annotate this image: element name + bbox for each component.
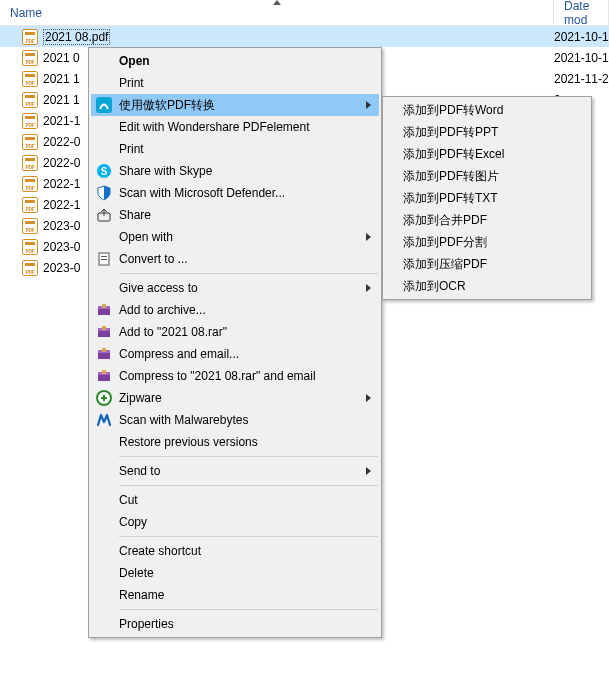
ctx-convert-to[interactable]: Convert to ... [91,248,379,270]
blank-icon [93,584,115,606]
blank-icon [93,489,115,511]
file-name-label: 2021 1 [43,93,80,107]
skype-icon: S [93,160,115,182]
ctx-wondershare[interactable]: Edit with Wondershare PDFelement [91,116,379,138]
ctx-print-2[interactable]: Print [91,138,379,160]
sub-pdf-excel[interactable]: 添加到PDF转Excel [385,143,589,165]
winrar-icon [93,299,115,321]
file-name-label: 2023-0 [43,261,80,275]
ctx-open[interactable]: Open [91,50,379,72]
ctx-properties-label: Properties [115,617,375,631]
blank-icon [93,226,115,248]
submenu-arrow-icon [366,467,371,475]
ctx-skype[interactable]: S Share with Skype [91,160,379,182]
ctx-properties[interactable]: Properties [91,613,379,635]
ctx-sendto-label: Send to [115,464,366,478]
ctx-copy[interactable]: Copy [91,511,379,533]
apowersoft-pdf-icon [93,94,115,116]
sub-word-label: 添加到PDF转Word [399,102,585,119]
sub-pdf-txt[interactable]: 添加到PDF转TXT [385,187,589,209]
sub-excel-label: 添加到PDF转Excel [399,146,585,163]
ctx-pdf-convert[interactable]: 使用傲软PDF转换 [91,94,379,116]
sub-pdf-merge[interactable]: 添加到合并PDF [385,209,589,231]
sub-txt-label: 添加到PDF转TXT [399,190,585,207]
file-name-label: 2022-0 [43,135,80,149]
ctx-malwarebytes[interactable]: Scan with Malwarebytes [91,409,379,431]
file-date-label: 2021-10-1 [554,51,609,65]
menu-separator [119,273,378,274]
svg-text:S: S [101,166,108,177]
sub-img-label: 添加到PDF转图片 [399,168,585,185]
blank-icon [93,562,115,584]
ctx-cut-label: Cut [115,493,375,507]
sub-pdf-ppt[interactable]: 添加到PDF转PPT [385,121,589,143]
share-icon [93,204,115,226]
ctx-send-to[interactable]: Send to [91,460,379,482]
blank-icon [93,460,115,482]
ctx-share[interactable]: Share [91,204,379,226]
sub-ppt-label: 添加到PDF转PPT [399,124,585,141]
ctx-create-shortcut[interactable]: Create shortcut [91,540,379,562]
submenu-arrow-icon [366,284,371,292]
ctx-print[interactable]: Print [91,72,379,94]
sub-pdf-compress[interactable]: 添加到压缩PDF [385,253,589,275]
submenu-arrow-icon [366,233,371,241]
ctx-add-archive[interactable]: Add to archive... [91,299,379,321]
ctx-rename[interactable]: Rename [91,584,379,606]
ctx-add-rar[interactable]: Add to "2021 08.rar" [91,321,379,343]
zipware-icon [93,387,115,409]
svg-rect-6 [101,259,107,260]
column-header-date[interactable]: Date mod [554,0,609,25]
file-name-label: 2022-1 [43,177,80,191]
svg-rect-12 [102,326,106,330]
column-header-name[interactable]: Name [0,0,554,25]
ctx-zipware[interactable]: Zipware [91,387,379,409]
sub-pdf-ocr[interactable]: 添加到OCR [385,275,589,297]
pdf-file-icon [22,29,38,45]
file-name-label: 2022-0 [43,156,80,170]
pdf-file-icon [22,260,38,276]
blank-icon [93,138,115,160]
sort-ascending-icon [273,0,281,5]
ctx-restore-versions[interactable]: Restore previous versions [91,431,379,453]
sub-pdf-split[interactable]: 添加到PDF分割 [385,231,589,253]
context-submenu-pdf: 添加到PDF转Word 添加到PDF转PPT 添加到PDF转Excel 添加到P… [382,96,592,300]
pdf-file-icon [22,92,38,108]
malwarebytes-icon [93,409,115,431]
ctx-give-access[interactable]: Give access to [91,277,379,299]
column-header-name-label: Name [10,6,42,20]
ctx-defender-label: Scan with Microsoft Defender... [115,186,375,200]
file-date-label: 2021-10-1 [554,30,609,44]
sub-split-label: 添加到PDF分割 [399,234,585,251]
blank-icon [93,50,115,72]
convert-doc-icon [93,248,115,270]
ctx-open-with[interactable]: Open with [91,226,379,248]
pdf-file-icon [22,155,38,171]
ctx-delete[interactable]: Delete [91,562,379,584]
menu-separator [119,536,378,537]
column-header-row: Name Date mod [0,0,609,26]
sub-pdf-word[interactable]: 添加到PDF转Word [385,99,589,121]
svg-rect-18 [102,370,106,374]
file-row[interactable]: 2021 08.pdf2021-10-1 [0,26,609,47]
blank-icon [93,511,115,533]
ctx-defender[interactable]: Scan with Microsoft Defender... [91,182,379,204]
ctx-delete-label: Delete [115,566,375,580]
svg-rect-9 [102,304,106,308]
ctx-openwith-label: Open with [115,230,366,244]
sub-pdf-image[interactable]: 添加到PDF转图片 [385,165,589,187]
sub-ocr-label: 添加到OCR [399,278,585,295]
pdf-file-icon [22,218,38,234]
ctx-compress-rar-email[interactable]: Compress to "2021 08.rar" and email [91,365,379,387]
pdf-file-icon [22,50,38,66]
ctx-cut[interactable]: Cut [91,489,379,511]
file-name-label: 2023-0 [43,219,80,233]
ctx-compress-email[interactable]: Compress and email... [91,343,379,365]
ctx-pdf-convert-label: 使用傲软PDF转换 [115,97,366,114]
ctx-addarchive-label: Add to archive... [115,303,375,317]
sub-compress-label: 添加到压缩PDF [399,256,585,273]
blank-icon [93,116,115,138]
defender-shield-icon [93,182,115,204]
winrar-icon [93,365,115,387]
ctx-share-label: Share [115,208,375,222]
